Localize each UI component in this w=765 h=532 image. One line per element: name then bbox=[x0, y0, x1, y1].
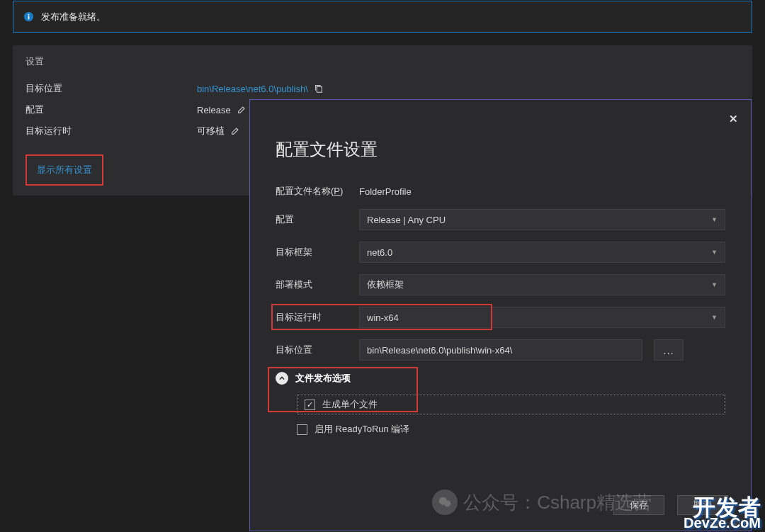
svg-rect-2 bbox=[28, 16, 30, 20]
target-location-row: 目标位置 bin\Release\net6.0\publish\ bbox=[26, 78, 740, 99]
close-icon[interactable]: ✕ bbox=[729, 113, 738, 125]
show-all-settings-highlight: 显示所有设置 bbox=[26, 154, 103, 186]
file-publish-options-header[interactable]: 文件发布选项 bbox=[276, 372, 725, 385]
target-location-value[interactable]: bin\Release\net6.0\publish\ bbox=[197, 84, 308, 94]
profile-name-key: P bbox=[334, 186, 340, 196]
profile-name-label: 配置文件名称(P) bbox=[276, 185, 359, 198]
profile-settings-dialog: ✕ 配置文件设置 配置文件名称(P) FolderProfile 配置 Rele… bbox=[249, 99, 752, 531]
target-fw-value: net6.0 bbox=[367, 247, 392, 258]
profile-name-label-pre: 配置文件名称( bbox=[276, 186, 334, 196]
target-runtime-label: 目标运行时 bbox=[276, 311, 359, 324]
target-fw-label: 目标框架 bbox=[276, 246, 359, 259]
settings-heading: 设置 bbox=[26, 55, 740, 68]
deploy-mode-dropdown[interactable]: 依赖框架 ▼ bbox=[359, 274, 725, 295]
profile-name-row: 配置文件名称(P) FolderProfile bbox=[276, 185, 725, 198]
target-location-input[interactable]: bin\Release\net6.0\publish\win-x64\ bbox=[359, 339, 642, 361]
deploy-mode-label: 部署模式 bbox=[276, 278, 359, 291]
deploy-mode-value: 依赖框架 bbox=[367, 278, 404, 291]
config-label: 配置 bbox=[26, 103, 197, 116]
file-publish-options-label: 文件发布选项 bbox=[295, 372, 351, 385]
target-location-text: bin\Release\net6.0\publish\win-x64\ bbox=[367, 345, 512, 356]
copy-icon[interactable] bbox=[314, 84, 324, 94]
target-location-label: 目标位置 bbox=[26, 82, 197, 95]
ready-to-run-row: 启用 ReadyToRun 编译 bbox=[297, 423, 725, 436]
single-file-row: 生成单个文件 bbox=[297, 395, 725, 414]
profile-name-value: FolderProfile bbox=[359, 186, 412, 197]
info-icon bbox=[23, 11, 34, 22]
chevron-down-icon: ▼ bbox=[711, 216, 718, 223]
target-location-row: 目标位置 bin\Release\net6.0\publish\win-x64\… bbox=[276, 339, 725, 361]
target-runtime-dropdown[interactable]: win-x64 ▼ bbox=[359, 307, 725, 328]
publish-ready-notification: 发布准备就绪。 bbox=[13, 1, 752, 33]
runtime-label: 目标运行时 bbox=[26, 125, 197, 137]
target-framework-row: 目标框架 net6.0 ▼ bbox=[276, 242, 725, 263]
config-row: 配置 Release | Any CPU ▼ bbox=[276, 209, 725, 230]
svg-point-1 bbox=[28, 14, 29, 16]
profile-name-label-post: ) bbox=[340, 186, 343, 196]
single-file-label: 生成单个文件 bbox=[322, 398, 378, 411]
config-dd-label: 配置 bbox=[276, 213, 359, 226]
dialog-button-bar: 保存 取消 bbox=[613, 495, 728, 515]
chevron-up-icon bbox=[276, 372, 288, 385]
ready-to-run-label: 启用 ReadyToRun 编译 bbox=[314, 423, 409, 436]
svg-rect-3 bbox=[317, 86, 322, 92]
deploy-mode-row: 部署模式 依赖框架 ▼ bbox=[276, 274, 725, 295]
save-button[interactable]: 保存 bbox=[613, 495, 664, 515]
cancel-button[interactable]: 取消 bbox=[677, 495, 728, 515]
target-runtime-value: win-x64 bbox=[367, 312, 399, 323]
target-runtime-row: 目标运行时 win-x64 ▼ bbox=[276, 307, 725, 328]
target-location-label: 目标位置 bbox=[276, 344, 359, 356]
runtime-value: 可移植 bbox=[197, 125, 225, 137]
single-file-checkbox[interactable] bbox=[305, 400, 315, 410]
show-all-settings-link[interactable]: 显示所有设置 bbox=[37, 164, 92, 175]
chevron-down-icon: ▼ bbox=[711, 281, 718, 288]
chevron-down-icon: ▼ bbox=[711, 249, 718, 256]
notification-text: 发布准备就绪。 bbox=[41, 11, 106, 23]
config-dd-value: Release | Any CPU bbox=[367, 215, 446, 225]
config-value: Release bbox=[197, 105, 231, 115]
browse-button[interactable]: ... bbox=[654, 339, 684, 361]
dialog-title: 配置文件设置 bbox=[276, 138, 725, 161]
chevron-down-icon: ▼ bbox=[711, 314, 718, 321]
target-framework-dropdown[interactable]: net6.0 ▼ bbox=[359, 242, 725, 263]
edit-icon[interactable] bbox=[230, 126, 240, 136]
config-dropdown[interactable]: Release | Any CPU ▼ bbox=[359, 209, 725, 230]
edit-icon[interactable] bbox=[237, 105, 246, 115]
ready-to-run-checkbox[interactable] bbox=[297, 424, 307, 435]
